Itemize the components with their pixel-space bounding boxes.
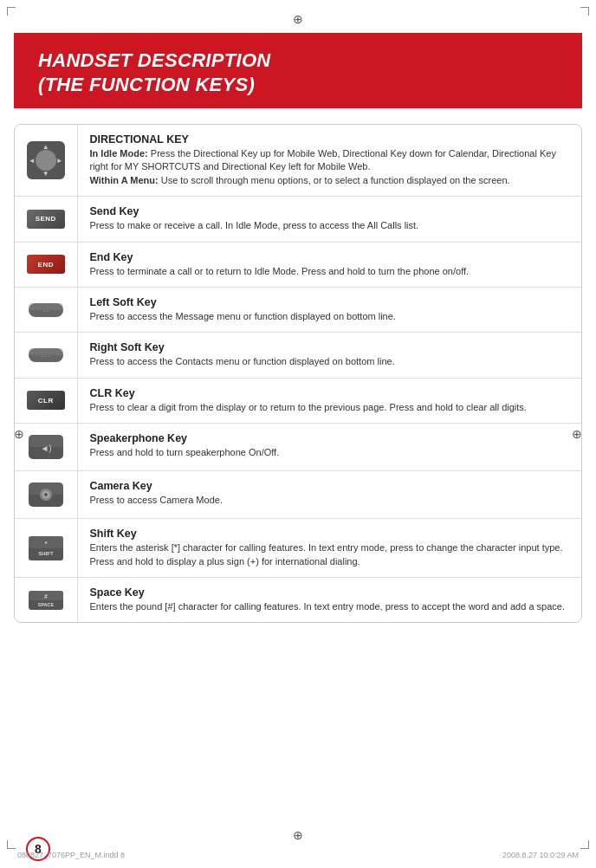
corner-mark-br xyxy=(580,840,589,849)
key-desc-left-soft: Press to access the Message menu or func… xyxy=(90,310,570,323)
corner-mark-bl xyxy=(7,840,16,849)
key-desc-cell-camera: Camera KeyPress to access Camera Mode. xyxy=(77,471,581,519)
key-desc-part-directional: In Idle Mode: Press the Directional Key … xyxy=(90,147,570,174)
key-desc-part-directional: Within A Menu: Use to scroll through men… xyxy=(90,174,570,187)
key-icon-cell-space: # SPACE xyxy=(15,577,77,622)
svg-text:◄): ◄) xyxy=(40,444,51,453)
key-row-end: ENDEnd KeyPress to terminate a call or t… xyxy=(15,242,581,287)
speakerphone-key-icon: ◄) xyxy=(27,432,65,462)
camera-key-icon xyxy=(27,480,65,509)
key-row-speakerphone: ◄) Speakerphone KeyPress and hold to tur… xyxy=(15,424,581,471)
key-icon-space: # SPACE xyxy=(20,588,72,612)
directional-key-icon: ▲ ▼ ◄ ► xyxy=(27,141,65,179)
key-icon-send: SEND xyxy=(20,210,72,229)
key-name-end: End Key xyxy=(90,251,570,263)
key-desc-cell-directional: DIRECTIONAL KEYIn Idle Mode: Press the D… xyxy=(77,125,581,197)
corner-mark-tr xyxy=(580,7,589,16)
key-icon-right-soft: · · · xyxy=(20,343,72,367)
key-name-right-soft: Right Soft Key xyxy=(90,341,570,353)
soft-right-key-icon: · · · xyxy=(27,343,65,367)
key-name-left-soft: Left Soft Key xyxy=(90,296,570,308)
key-desc-camera: Press to access Camera Mode. xyxy=(90,494,570,507)
page-header: HANDSET DESCRIPTION (THE FUNCTION KEYS) xyxy=(14,33,582,108)
key-icon-cell-end: END xyxy=(15,242,77,287)
header-title-line2: (THE FUNCTION KEYS) xyxy=(38,73,558,97)
key-icon-cell-clr: CLR xyxy=(15,378,77,423)
key-icon-cell-directional: ▲ ▼ ◄ ► xyxy=(15,125,77,197)
key-desc-shift: Enters the asterisk [*] character for ca… xyxy=(90,541,570,568)
key-name-send: Send Key xyxy=(90,205,570,217)
key-row-camera: Camera KeyPress to access Camera Mode. xyxy=(15,471,581,519)
key-row-send: SENDSend KeyPress to make or receive a c… xyxy=(15,197,581,242)
end-key-icon: END xyxy=(27,255,65,274)
svg-text:· · ·: · · · xyxy=(42,353,50,360)
svg-text:SHIFT: SHIFT xyxy=(38,551,54,556)
clr-key-icon: CLR xyxy=(27,391,65,410)
main-content-box: ▲ ▼ ◄ ► DIRECTIONAL KEYIn Idle Mode: Pre… xyxy=(14,124,582,623)
key-row-shift: * SHIFT Shift KeyEnters the asterisk [*]… xyxy=(15,519,581,578)
svg-text:*: * xyxy=(44,541,47,547)
svg-point-13 xyxy=(44,493,48,496)
key-icon-directional: ▲ ▼ ◄ ► xyxy=(20,141,72,179)
key-desc-space: Enters the pound [#] character for calli… xyxy=(90,600,570,613)
svg-text:· ·: · · xyxy=(43,308,49,314)
crosshair-top xyxy=(291,12,305,26)
key-desc-cell-right-soft: Right Soft KeyPress to access the Contac… xyxy=(77,333,581,378)
soft-left-key-icon: · · xyxy=(27,298,65,322)
svg-text:#: # xyxy=(44,593,48,599)
key-icon-cell-camera xyxy=(15,471,77,519)
key-desc-cell-send: Send KeyPress to make or receive a call.… xyxy=(77,197,581,242)
key-desc-cell-left-soft: Left Soft KeyPress to access the Message… xyxy=(77,287,581,332)
key-icon-cell-right-soft: · · · xyxy=(15,333,77,378)
key-desc-speakerphone: Press and hold to turn speakerphone On/O… xyxy=(90,446,570,459)
shift-key-icon: * SHIFT xyxy=(27,534,65,563)
key-desc-cell-end: End KeyPress to terminate a call or to r… xyxy=(77,242,581,287)
crosshair-left xyxy=(12,427,26,441)
key-icon-end: END xyxy=(20,255,72,274)
key-desc-end: Press to terminate a call or to return t… xyxy=(90,265,570,278)
crosshair-right xyxy=(570,427,584,441)
key-icon-cell-shift: * SHIFT xyxy=(15,519,77,578)
key-desc-cell-speakerphone: Speakerphone KeyPress and hold to turn s… xyxy=(77,424,581,471)
key-icon-clr: CLR xyxy=(20,391,72,410)
key-desc-cell-space: Space KeyEnters the pound [#] character … xyxy=(77,577,581,622)
key-desc-clr: Press to clear a digit from the display … xyxy=(90,401,570,414)
footer-left: 080827_7076PP_EN_M.indd 8 xyxy=(17,851,125,859)
key-icon-shift: * SHIFT xyxy=(20,534,72,563)
key-icon-cell-left-soft: · · xyxy=(15,287,77,332)
key-row-right-soft: · · · Right Soft KeyPress to access the … xyxy=(15,333,581,378)
key-row-directional: ▲ ▼ ◄ ► DIRECTIONAL KEYIn Idle Mode: Pre… xyxy=(15,125,581,197)
footer-right: 2008.8.27 10:0:29 AM xyxy=(502,851,579,859)
key-icon-left-soft: · · xyxy=(20,298,72,322)
send-key-icon: SEND xyxy=(27,210,65,229)
keys-table: ▲ ▼ ◄ ► DIRECTIONAL KEYIn Idle Mode: Pre… xyxy=(15,125,581,622)
header-title-line1: HANDSET DESCRIPTION xyxy=(38,49,558,73)
key-icon-cell-send: SEND xyxy=(15,197,77,242)
key-desc-right-soft: Press to access the Contacts menu or fun… xyxy=(90,355,570,368)
key-icon-speakerphone: ◄) xyxy=(20,432,72,462)
key-name-space: Space Key xyxy=(90,586,570,599)
key-desc-send: Press to make or receive a call. In Idle… xyxy=(90,219,570,232)
key-row-space: # SPACE Space KeyEnters the pound [#] ch… xyxy=(15,577,581,622)
footer: 080827_7076PP_EN_M.indd 8 2008.8.27 10:0… xyxy=(0,851,596,859)
svg-text:SPACE: SPACE xyxy=(37,602,54,607)
key-desc-cell-clr: CLR KeyPress to clear a digit from the d… xyxy=(77,378,581,423)
crosshair-bottom xyxy=(291,828,305,842)
key-name-clr: CLR Key xyxy=(90,387,570,399)
key-name-speakerphone: Speakerphone Key xyxy=(90,432,570,444)
key-icon-camera xyxy=(20,480,72,509)
key-desc-cell-shift: Shift KeyEnters the asterisk [*] charact… xyxy=(77,519,581,578)
key-row-left-soft: · · Left Soft KeyPress to access the Mes… xyxy=(15,287,581,332)
space-key-icon: # SPACE xyxy=(27,588,65,612)
corner-mark-tl xyxy=(7,7,16,16)
key-row-clr: CLRCLR KeyPress to clear a digit from th… xyxy=(15,378,581,423)
key-name-directional: DIRECTIONAL KEY xyxy=(90,133,570,146)
key-name-shift: Shift Key xyxy=(90,528,570,540)
key-name-camera: Camera Key xyxy=(90,480,570,492)
